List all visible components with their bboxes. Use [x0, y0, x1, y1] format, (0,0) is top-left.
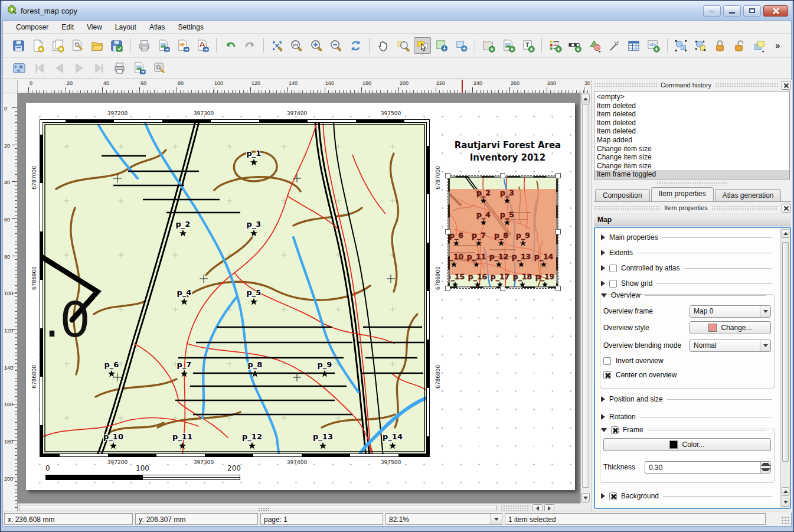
scroll-down-button[interactable] [782, 498, 789, 507]
history-item-selected[interactable]: Item frame toggled [594, 170, 789, 179]
item-properties-titlebar[interactable]: Item properties [594, 203, 790, 213]
history-item[interactable]: <empty> [594, 93, 789, 102]
thickness-spinbox[interactable]: 0.30 [645, 461, 771, 474]
zoom-level-combobox[interactable]: 82.1% [385, 513, 502, 525]
add-shape-button[interactable] [586, 37, 603, 54]
resize-window-button[interactable]: ⇔ [703, 5, 721, 17]
map-item[interactable]: .0 p_1 p_2 p_3 p_4 p_5 p_6 p_7 p_8 p_9 [40, 119, 430, 457]
properties-scrollbar[interactable] [780, 228, 790, 508]
zoom-in-button[interactable] [308, 37, 325, 54]
menu-composer[interactable]: Composer [10, 21, 54, 33]
section-extents[interactable]: Extents [601, 248, 772, 257]
export-as-pdf-button[interactable] [194, 37, 211, 54]
raise-items-button[interactable] [751, 37, 768, 54]
menu-edit[interactable]: Edit [55, 21, 80, 33]
tab-atlas-generation[interactable]: Atlas generation [715, 189, 782, 201]
history-item[interactable]: Item deleted [594, 127, 789, 136]
minimize-button[interactable] [723, 5, 741, 17]
tab-item-properties[interactable]: Item properties [651, 187, 714, 201]
canvas-vertical-scrollbar[interactable] [580, 93, 590, 503]
selection-handle-se[interactable] [556, 286, 561, 291]
save-project-button[interactable] [10, 37, 27, 54]
background-checkbox[interactable] [609, 492, 617, 500]
close-button[interactable] [763, 5, 788, 17]
selection-handle-nw[interactable] [445, 173, 450, 178]
print-atlas-button[interactable] [110, 60, 128, 76]
dropdown-button[interactable] [760, 340, 770, 351]
zoom-full-button[interactable] [269, 37, 286, 54]
invert-overview-checkbox[interactable] [603, 357, 611, 365]
frame-checkbox[interactable] [611, 426, 619, 434]
add-attribute-table-button[interactable] [625, 37, 642, 54]
atlas-last-feature-button[interactable] [90, 60, 108, 76]
preview-atlas-button[interactable] [10, 60, 28, 76]
section-position-and-size[interactable]: Position and size [601, 394, 772, 404]
atlas-previous-feature-button[interactable] [50, 60, 68, 76]
section-background[interactable]: Background [601, 491, 772, 501]
add-html-frame-button[interactable]: </> [645, 37, 662, 54]
section-frame[interactable]: Frame [601, 425, 766, 435]
dropdown-button[interactable] [491, 514, 502, 524]
section-controlled-by-atlas[interactable]: Controlled by atlas [601, 263, 772, 273]
section-show-grid[interactable]: Show grid [601, 279, 772, 288]
atlas-first-feature-button[interactable] [30, 60, 48, 76]
group-items-button[interactable] [672, 37, 690, 54]
overview-blending-combobox[interactable]: Normal [690, 340, 771, 352]
menu-settings[interactable]: Settings [172, 21, 210, 33]
move-selected-items-button[interactable] [453, 37, 470, 54]
atlas-settings-button[interactable] [151, 60, 168, 76]
scroll-down-button[interactable] [581, 493, 590, 502]
menu-layout[interactable]: Layout [109, 21, 142, 33]
redo-button[interactable] [241, 37, 259, 54]
tab-composition[interactable]: Composition [595, 189, 650, 201]
history-item[interactable]: Change item size [594, 153, 789, 162]
spin-up-button[interactable] [761, 462, 770, 468]
properties-scrollbar-thumb[interactable] [782, 242, 789, 462]
selection-handle-n[interactable] [500, 173, 505, 178]
add-new-map-button[interactable] [480, 37, 497, 54]
history-item[interactable]: Change item size [594, 162, 789, 171]
close-dock-icon[interactable] [782, 204, 790, 213]
history-item[interactable]: Item deleted [594, 110, 789, 119]
composition-canvas[interactable]: .0 p_1 p_2 p_3 p_4 p_5 p_6 p_7 p_8 p_9 [18, 93, 590, 513]
add-image-button[interactable] [500, 37, 517, 54]
titlebar[interactable]: forest_map copy ⇔ [2, 1, 792, 20]
command-history-titlebar[interactable]: Command history [594, 80, 790, 90]
add-legend-button[interactable] [547, 37, 564, 54]
export-atlas-button[interactable] [130, 60, 148, 76]
selection-handle-s[interactable] [500, 286, 505, 291]
scroll-up-button-bottom[interactable] [782, 487, 789, 496]
export-as-svg-button[interactable] [175, 37, 192, 54]
toolbar-overflow-button[interactable]: » [769, 37, 786, 54]
maximize-button[interactable] [743, 5, 761, 17]
zoom-out-button[interactable] [328, 37, 345, 54]
undo-button[interactable] [221, 37, 238, 54]
selection-handle-w[interactable] [445, 229, 450, 234]
save-as-template-button[interactable] [108, 37, 125, 54]
export-as-image-button[interactable] [155, 37, 172, 54]
overview-style-change-button[interactable]: Change... [690, 321, 771, 334]
history-item[interactable]: Change item size [594, 145, 789, 154]
vertical-scrollbar-thumb[interactable] [582, 104, 589, 488]
close-dock-icon[interactable] [782, 81, 790, 90]
scroll-up-button[interactable] [782, 229, 789, 238]
add-scalebar-button[interactable] [566, 37, 583, 54]
frame-color-button[interactable]: Color... [603, 438, 771, 451]
select-move-item-tool-button[interactable] [414, 37, 431, 54]
selection-handle-e[interactable] [556, 229, 561, 234]
command-history-list[interactable]: <empty> Item deleted Item deleted Item d… [594, 91, 790, 179]
menu-atlas[interactable]: Atlas [143, 21, 171, 33]
history-item[interactable]: Item deleted [594, 102, 789, 110]
composition-manager-button[interactable] [69, 37, 86, 54]
window-resize-grip[interactable] [781, 516, 789, 524]
unlock-items-button[interactable] [731, 37, 748, 54]
overview-map-item[interactable]: p_2 p_3 p_4 p_5 p_6 p_7 p_8 p_9 p_10 p_1… [448, 176, 558, 288]
composition-title[interactable]: Rautjarvi Forest Area Inventory 2012 [439, 139, 576, 164]
add-label-button[interactable]: T [519, 37, 537, 54]
zoom-region-tool-button[interactable] [394, 37, 411, 54]
section-overview[interactable]: Overview [601, 291, 766, 300]
scalebar-item[interactable]: 0 100 200 m [45, 464, 244, 484]
history-item[interactable]: Item deleted [594, 119, 789, 128]
duplicate-composition-button[interactable] [50, 37, 67, 54]
menu-view[interactable]: View [81, 21, 108, 33]
